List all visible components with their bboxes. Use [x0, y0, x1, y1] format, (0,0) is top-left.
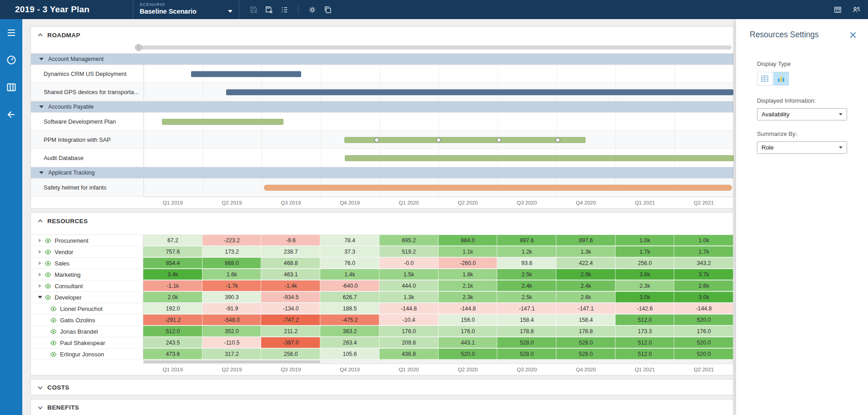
resource-value-cell: 422.4 [556, 258, 616, 269]
resource-label-person[interactable]: Jonas Brandel [31, 326, 143, 337]
resource-value-cell: 695.2 [379, 235, 439, 246]
gantt-bar[interactable] [162, 119, 283, 125]
resource-cells: 757.6173.2238.737.3519.21.1k1.2k1.3k1.7k… [143, 246, 733, 257]
collapse-triangle-icon[interactable] [39, 58, 44, 60]
share-users-icon[interactable] [851, 4, 862, 15]
visibility-eye-icon[interactable] [50, 351, 57, 358]
resources-horizontal-scrollbar[interactable] [143, 360, 733, 364]
gantt-chart-cell [143, 83, 733, 101]
resource-row: Marketing3.4k1.6k463.11.4k1.5k1.8k2.5k2.… [31, 269, 733, 280]
resource-label-person[interactable]: Paul Shakespear [31, 337, 143, 348]
gantt-bar[interactable] [191, 71, 301, 77]
displayed-information-select[interactable]: Availability [757, 108, 847, 120]
gantt-group-row[interactable]: Account Management [31, 54, 733, 65]
settings-gear-icon[interactable] [307, 4, 318, 15]
visibility-eye-icon[interactable] [45, 271, 51, 278]
resource-value-cell: 468.8 [261, 258, 320, 269]
timeline-zoom-slider[interactable] [31, 42, 733, 52]
costs-section-header[interactable]: COSTS [31, 380, 733, 395]
resource-value-cell: 211.2 [261, 326, 320, 337]
collapse-arrow-icon[interactable] [36, 296, 44, 299]
close-icon[interactable] [849, 31, 857, 39]
resource-label-role[interactable]: Marketing [31, 269, 143, 280]
axis-quarter-label: Q4 2020 [556, 364, 616, 375]
scrollbar-thumb[interactable] [143, 360, 320, 363]
resource-name: Erlingur Jonsson [60, 351, 104, 358]
save-as-icon[interactable] [263, 4, 274, 15]
expand-arrow-icon[interactable] [36, 250, 44, 254]
expand-arrow-icon[interactable] [36, 239, 44, 242]
display-type-table-button[interactable] [757, 72, 772, 85]
gantt-group-row[interactable]: Applicant Tracking [31, 167, 733, 179]
dashboard-gauge-icon[interactable] [0, 49, 22, 71]
copy-plan-icon[interactable] [322, 4, 333, 15]
expand-arrow-icon[interactable] [36, 261, 44, 265]
gantt-bar[interactable] [345, 155, 734, 161]
toolbar [248, 0, 333, 19]
resource-value-cell: 3.7k [674, 269, 733, 280]
axis-quarter-label: Q1 2021 [616, 364, 675, 375]
resource-value-cell: -747.2 [261, 315, 320, 325]
resource-value-cell: 2.0k [143, 292, 202, 303]
slider-handle[interactable] [135, 44, 142, 51]
visibility-eye-icon[interactable] [45, 294, 51, 301]
resource-value-cell: -475.2 [320, 315, 379, 325]
scenario-selector[interactable]: SCENARIO Baseline Scenario [133, 0, 239, 19]
axis-quarter-label: Q3 2020 [497, 197, 556, 208]
menu-hamburger-icon[interactable] [0, 21, 22, 44]
resource-row: Erlingur Jonsson473.6317.2256.0105.6436.… [31, 349, 733, 360]
visibility-eye-icon[interactable] [50, 340, 57, 346]
plan-title: 2019 - 3 Year Plan [15, 0, 90, 19]
axis-quarter-label: Q2 2019 [202, 364, 262, 375]
portfolio-board-icon[interactable] [0, 76, 22, 98]
display-type-heatmap-button[interactable] [773, 72, 789, 85]
resources-section-header[interactable]: RESOURCES [31, 213, 733, 228]
back-arrow-icon[interactable] [0, 103, 22, 125]
slider-track[interactable] [136, 45, 732, 50]
visibility-eye-icon[interactable] [50, 317, 57, 324]
resource-label-person[interactable]: Erlingur Jonsson [31, 349, 143, 360]
gantt-bar[interactable] [264, 185, 732, 190]
display-type-toggle [757, 72, 857, 85]
resource-label-role[interactable]: Developer [31, 292, 143, 303]
resource-label-role[interactable]: Sales [31, 258, 143, 269]
visibility-eye-icon[interactable] [45, 237, 51, 244]
resource-row: Consultant-1.1k-1.7k-1.4k-640.0444.02.1k… [31, 280, 733, 292]
visibility-eye-icon[interactable] [50, 305, 57, 312]
resource-label-role[interactable]: Procurement [31, 235, 143, 246]
resource-label-person[interactable]: Lionel Penuchot [31, 303, 143, 314]
resource-label-person[interactable]: Gatis Ozolins [31, 315, 143, 325]
axis-quarter-label: Q4 2019 [320, 364, 379, 375]
axis-quarter-label: Q3 2020 [497, 364, 556, 375]
resource-value-cell: 757.6 [143, 246, 202, 257]
collapse-triangle-icon[interactable] [39, 105, 44, 108]
resource-value-cell: 176.0 [439, 326, 498, 337]
gantt-bar[interactable] [226, 89, 733, 95]
collapse-triangle-icon[interactable] [39, 171, 44, 174]
gantt-task-label: Software Development Plan [31, 113, 143, 130]
chevron-down-icon [839, 113, 843, 115]
visibility-eye-icon[interactable] [45, 283, 51, 290]
table-view-icon[interactable] [832, 4, 843, 15]
save-icon[interactable] [248, 4, 259, 15]
summarize-by-select[interactable]: Role [757, 141, 847, 154]
benefits-section-header[interactable]: BENEFITS [31, 400, 733, 415]
resource-value-cell: 512.0 [616, 315, 675, 325]
visibility-eye-icon[interactable] [45, 249, 51, 255]
resource-value-cell: 1.5k [379, 269, 439, 280]
resource-label-role[interactable]: Consultant [31, 280, 143, 291]
resource-label-role[interactable]: Vendor [31, 246, 143, 257]
benefits-section: BENEFITS [30, 399, 734, 415]
costs-section: COSTS [30, 379, 734, 395]
visibility-eye-icon[interactable] [45, 260, 51, 267]
expand-arrow-icon[interactable] [36, 273, 44, 276]
gantt-group-row[interactable]: Accounts Payable [31, 101, 733, 113]
gantt-bar[interactable] [344, 137, 585, 143]
visibility-eye-icon[interactable] [50, 328, 57, 335]
chevron-down-icon [37, 405, 43, 410]
resource-value-cell: 352.0 [202, 326, 262, 337]
scenario-list-icon[interactable] [279, 4, 290, 15]
roadmap-section-header[interactable]: ROADMAP [31, 27, 733, 42]
expand-arrow-icon[interactable] [36, 284, 44, 288]
resource-name: Developer [55, 294, 81, 301]
